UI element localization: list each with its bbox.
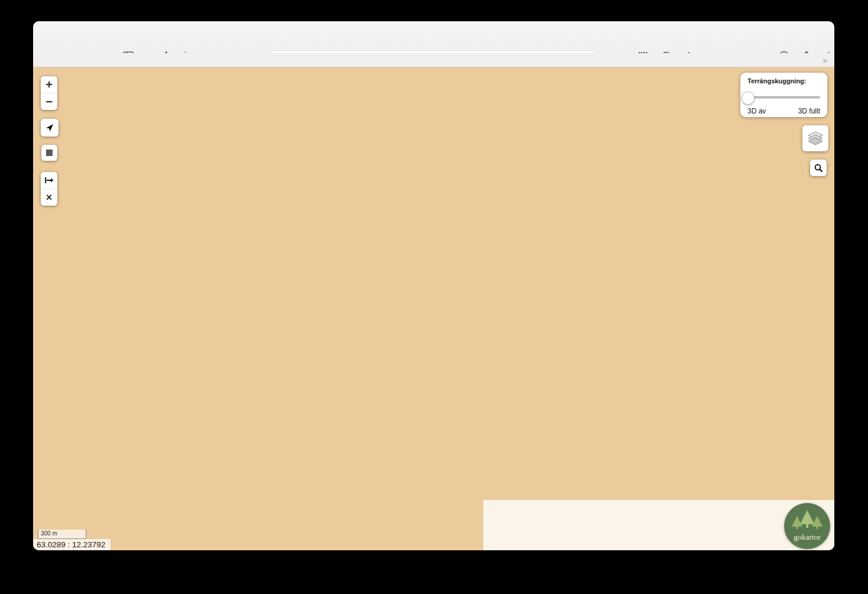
bookmarks-bar: » — [33, 53, 834, 67]
terrain-slider-track[interactable] — [747, 96, 820, 99]
close-route-button[interactable]: × — [41, 189, 57, 206]
zoom-out-button[interactable]: − — [41, 93, 57, 110]
route-control: × — [41, 172, 57, 206]
terrain-3d-off-label: 3D av — [747, 107, 766, 115]
terrain-slider[interactable] — [747, 92, 820, 103]
scale-bar: 300 m — [38, 530, 86, 539]
locate-control — [41, 119, 58, 137]
stop-control — [41, 145, 57, 161]
screenshot-stage: kartor.gokartor.se/index_v4.html#12/63.0… — [0, 0, 868, 594]
terrain-3d-full-label: 3D fullt — [798, 107, 820, 115]
terrain-slider-handle[interactable] — [742, 92, 755, 105]
stop-square-icon[interactable] — [41, 145, 57, 161]
locate-arrow-icon[interactable] — [41, 119, 58, 137]
coordinates-readout: 63.0289 : 12.23792 — [33, 539, 110, 550]
goto-arrow-icon[interactable] — [41, 172, 57, 189]
safari-window: kartor.gokartor.se/index_v4.html#12/63.0… — [33, 21, 834, 550]
gokartor-logo-text: gokartor — [794, 533, 821, 542]
terrain-panel-title: Terrängskuggning: — [747, 77, 820, 85]
layers-icon[interactable] — [802, 125, 828, 151]
map-canvas[interactable]: + − × Terrängskuggning: 3 — [33, 67, 834, 550]
gokartor-logo[interactable]: gokartor — [784, 503, 830, 549]
bookmarks-overflow-icon[interactable]: » — [823, 56, 828, 65]
search-icon[interactable] — [810, 160, 827, 176]
layers-control — [802, 125, 828, 151]
map-render — [33, 67, 834, 550]
zoom-control: + − — [41, 76, 57, 110]
terrain-shading-panel: Terrängskuggning: 3D av 3D fullt — [740, 73, 827, 117]
zoom-in-button[interactable]: + — [41, 76, 57, 93]
search-control — [810, 160, 827, 176]
browser-toolbar: kartor.gokartor.se/index_v4.html#12/63.0… — [33, 21, 834, 53]
gokartor-trees-icon — [789, 509, 825, 533]
attribution-panel — [483, 500, 834, 550]
